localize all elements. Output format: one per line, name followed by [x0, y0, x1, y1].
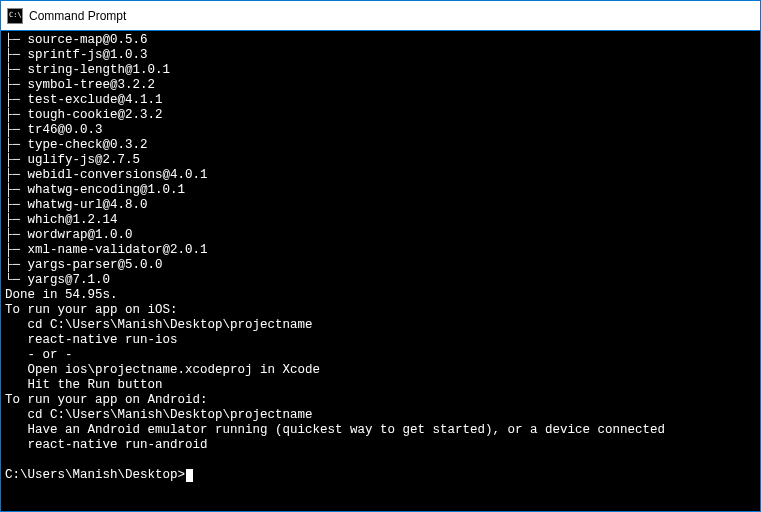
ios-line: Hit the Run button — [5, 378, 163, 392]
android-line: react-native run-android — [5, 438, 208, 452]
ios-line: - or - — [5, 348, 73, 362]
android-header: To run your app on Android: — [5, 393, 208, 407]
ios-line: react-native run-ios — [5, 333, 178, 347]
done-line: Done in 54.95s. — [5, 288, 118, 302]
cmd-icon — [7, 8, 23, 24]
titlebar[interactable]: Command Prompt — [1, 1, 760, 31]
ios-header: To run your app on iOS: — [5, 303, 178, 317]
android-line: Have an Android emulator running (quicke… — [5, 423, 665, 437]
cursor — [186, 469, 193, 482]
terminal-output[interactable]: ├─ source-map@0.5.6 ├─ sprintf-js@1.0.3 … — [1, 31, 760, 512]
package-list: ├─ source-map@0.5.6 ├─ sprintf-js@1.0.3 … — [5, 33, 208, 287]
window-title: Command Prompt — [29, 9, 126, 23]
prompt-line: C:\Users\Manish\Desktop> — [5, 468, 193, 482]
ios-line: cd C:\Users\Manish\Desktop\projectname — [5, 318, 313, 332]
android-line: cd C:\Users\Manish\Desktop\projectname — [5, 408, 313, 422]
ios-line: Open ios\projectname.xcodeproj in Xcode — [5, 363, 320, 377]
prompt-path: C:\Users\Manish\Desktop> — [5, 468, 185, 482]
